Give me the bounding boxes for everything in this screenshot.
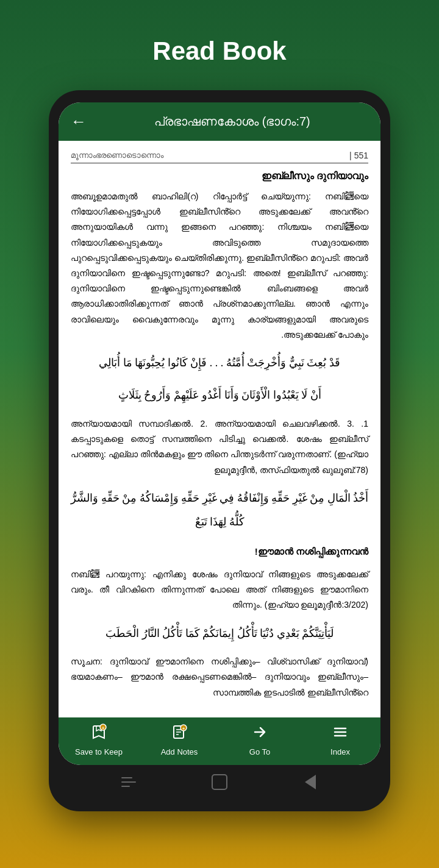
phone-frame: ← പ്രഭാഷണകോശം (ഭാഗം:7) മൂന്നാംഭരണൊടൊന്നൊ…	[49, 90, 390, 811]
nav-home-btn[interactable]	[211, 774, 228, 791]
content-meta: മൂന്നാംഭരണൊടൊന്നൊം | 551	[71, 151, 368, 163]
index-label: Index	[330, 747, 350, 756]
notes-icon: +	[171, 724, 188, 745]
nav-back-btn[interactable]	[302, 774, 319, 791]
svg-text:+: +	[182, 726, 185, 731]
page-number: | 551	[349, 151, 368, 160]
section-title: ഇബ്‌ലീസും ദുനിയാവും	[71, 171, 368, 182]
book-title: പ്രഭാഷണകോശം (ഭാഗം:7)	[96, 115, 368, 129]
home-icon	[212, 774, 227, 790]
index-icon	[332, 724, 349, 745]
page-title: Read Book	[0, 37, 439, 66]
paragraph-1: അബൂഉമാമതുൽ ബാഹിലി(റ) റിപ്പോർട്ട് ചെയ്യുന…	[71, 189, 368, 343]
goto-button[interactable]: Go To	[235, 724, 284, 756]
chapter-label: മൂന്നാംഭരണൊടൊന്നൊം	[71, 151, 163, 160]
phone-bottom-bar	[59, 765, 380, 799]
back-icon	[305, 775, 316, 789]
app-header: ← പ്രഭാഷണകോശം (ഭാഗം:7)	[59, 102, 380, 141]
phone-inner: ← പ്രഭാഷണകോശം (ഭാഗം:7) മൂന്നാംഭരണൊടൊന്നൊ…	[59, 102, 380, 765]
paragraph-2: 1. അന്യായമായി സമ്പാദിക്കൽ. 2. അന്യായമായി…	[71, 416, 368, 478]
goto-icon	[251, 724, 268, 745]
back-button[interactable]: ←	[71, 112, 87, 131]
arabic-verse-2: أَنْ لَا يَعْبُدُوا الْأَوْثَانَ وَأَنَا…	[71, 383, 368, 408]
paragraph-4: (സൂചന: ദുനിയാവ് ഈമാനിനെ നശിപ്പിക്കും– വി…	[71, 654, 368, 700]
arabic-verse-4: لَيَأْتِيَنَّكُمْ بَعْدِي دُنْيَا تَأْكُ…	[71, 622, 368, 646]
arabic-verse-1: قَدْ بُعِثَ نَبِيٌّ وَأُخْرِجَتْ أُمَّتُ…	[71, 351, 368, 375]
index-button[interactable]: Index	[316, 724, 365, 756]
hamburger-icon	[121, 777, 136, 787]
paragraph-3: നബി﷽ പറയുന്നു: എനിക്കു ശേഷം ദുനിയാവ് നിങ…	[71, 567, 368, 613]
save-label: Save to Keep	[75, 747, 123, 756]
emphasis-line: ഈമാൻ നശിപ്പിക്കുന്നവൻ!	[71, 543, 368, 560]
bottom-nav: + Save to Keep + Add Notes	[59, 717, 380, 765]
book-content: മൂന്നാംഭരണൊടൊന്നൊം | 551 ഇബ്‌ലീസും ദുനിയ…	[59, 141, 380, 717]
save-icon: +	[90, 724, 107, 745]
save-to-keep-button[interactable]: + Save to Keep	[74, 724, 123, 756]
goto-label: Go To	[249, 747, 270, 756]
svg-text:+: +	[102, 725, 105, 731]
add-notes-button[interactable]: + Add Notes	[155, 724, 204, 756]
notes-label: Add Notes	[161, 747, 198, 756]
arabic-verse-3: أَخْذُ الْمَالِ مِنْ غَيْرِ حَقِّهِ وَإِ…	[71, 486, 368, 535]
nav-menu-btn[interactable]	[120, 774, 137, 791]
